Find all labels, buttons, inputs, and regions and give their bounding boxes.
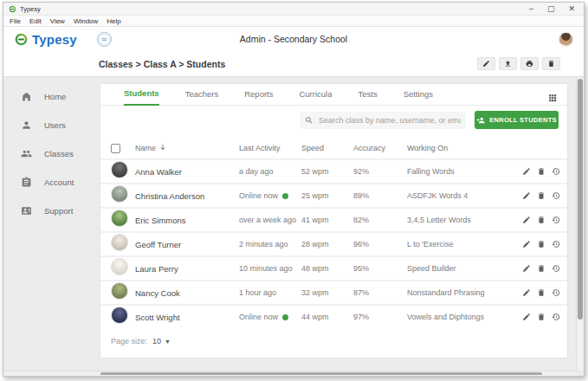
history-button[interactable] — [552, 288, 560, 297]
delete-student-button[interactable] — [537, 264, 546, 273]
table-row[interactable]: Christina Anderson Online now 25 wpm 89%… — [100, 183, 567, 207]
menu-window[interactable]: Window — [74, 17, 98, 25]
sidebar-item-home[interactable]: Home — [3, 82, 90, 111]
pencil-icon — [522, 288, 531, 297]
search-row: ENROLL STUDENTS — [100, 106, 567, 134]
user-icon — [21, 119, 32, 131]
student-working-on: Falling Words — [407, 167, 510, 176]
delete-class-button[interactable] — [542, 57, 560, 70]
os-titlebar: Typesy – ▢ ✕ — [3, 3, 584, 16]
close-button[interactable]: ✕ — [568, 5, 575, 13]
tab-reports[interactable]: Reports — [244, 89, 273, 105]
student-working-on: ASDFJK Words 4 — [407, 191, 510, 200]
edit-student-button[interactable] — [522, 191, 531, 200]
history-button[interactable] — [552, 191, 560, 200]
delete-student-button[interactable] — [537, 167, 546, 176]
table-row[interactable]: Eric Simmons over a week ago 41 wpm 82% … — [100, 207, 567, 231]
edit-student-button[interactable] — [522, 288, 531, 297]
upload-button[interactable] — [499, 57, 517, 70]
history-button[interactable] — [552, 240, 560, 249]
avatar — [111, 161, 128, 178]
sidebar-item-label: Account — [44, 178, 74, 187]
edit-student-button[interactable] — [522, 240, 531, 249]
edit-class-button[interactable] — [477, 57, 495, 70]
upload-icon — [504, 60, 512, 68]
menu-view[interactable]: View — [50, 17, 65, 25]
sidebar-item-account[interactable]: Account — [3, 168, 90, 197]
table-row[interactable]: Scott Wright Online now 44 wpm 97% Vowel… — [100, 304, 567, 328]
last-activity: Online now — [239, 191, 278, 200]
student-accuracy: 82% — [353, 216, 407, 224]
print-button[interactable] — [520, 57, 539, 70]
delete-student-button[interactable] — [537, 240, 546, 249]
table-row[interactable]: Nancy Cook 1 hour ago 32 wpm 87% Nonstan… — [100, 280, 567, 304]
tab-settings[interactable]: Settings — [404, 89, 433, 105]
edit-student-button[interactable] — [522, 167, 531, 176]
edit-student-button[interactable] — [522, 264, 531, 273]
delete-student-button[interactable] — [537, 313, 546, 321]
brand-wordmark: Typesy — [32, 32, 77, 47]
delete-student-button[interactable] — [537, 216, 546, 224]
history-button[interactable] — [552, 313, 560, 321]
history-icon — [552, 240, 560, 249]
edit-student-button[interactable] — [522, 216, 531, 224]
table-row[interactable]: Geoff Turner 2 minutes ago 28 wpm 96% L … — [100, 231, 567, 255]
avatar — [111, 282, 128, 300]
online-dot — [282, 193, 288, 199]
chevron-down-icon: ▼ — [165, 339, 171, 345]
online-dot — [282, 314, 288, 320]
user-avatar[interactable] — [559, 32, 573, 47]
sidebar-item-label: Support — [44, 206, 73, 216]
student-name: Eric Simmons — [135, 216, 239, 225]
edit-student-button[interactable] — [522, 313, 531, 321]
student-accuracy: 87% — [353, 288, 407, 297]
column-name[interactable]: Name — [135, 144, 156, 152]
student-accuracy: 97% — [353, 313, 407, 321]
student-speed: 28 wpm — [301, 240, 353, 249]
table-body: Anna Walker a day ago 52 wpm 92% Falling… — [100, 158, 567, 328]
menu-help[interactable]: Help — [107, 17, 120, 25]
search-input[interactable] — [319, 116, 461, 125]
last-activity: 10 minutes ago — [239, 264, 293, 273]
tab-students[interactable]: Students — [124, 88, 159, 106]
select-all-checkbox[interactable] — [111, 144, 120, 153]
avatar — [111, 185, 128, 203]
column-speed[interactable]: Speed — [301, 144, 353, 152]
history-icon — [552, 216, 560, 224]
avatar — [111, 307, 128, 324]
table-row[interactable]: Anna Walker a day ago 52 wpm 92% Falling… — [100, 158, 567, 183]
maximize-button[interactable]: ▢ — [547, 5, 555, 13]
enroll-students-button[interactable]: ENROLL STUDENTS — [475, 111, 559, 129]
column-last-activity[interactable]: Last Activity — [239, 144, 301, 152]
history-button[interactable] — [552, 216, 560, 224]
vertical-scrollbar-thumb[interactable] — [578, 79, 583, 320]
sort-down-icon[interactable] — [158, 143, 167, 153]
history-button[interactable] — [552, 167, 560, 176]
minimize-button[interactable]: – — [529, 5, 533, 13]
clipboard-icon — [21, 177, 32, 188]
column-working-on[interactable]: Working On — [407, 144, 510, 152]
tab-tests[interactable]: Tests — [358, 89, 377, 105]
sidebar-item-users[interactable]: Users — [3, 111, 90, 139]
student-speed: 44 wpm — [301, 313, 353, 321]
menu-file[interactable]: File — [10, 17, 21, 25]
trash-icon — [537, 264, 546, 273]
breadcrumb[interactable]: Classes > Class A > Students — [99, 59, 225, 69]
sidebar-item-support[interactable]: Support — [3, 197, 90, 225]
history-button[interactable] — [552, 264, 560, 273]
app-body: Home Users Classes Account Support — [3, 77, 584, 376]
tab-teachers[interactable]: Teachers — [185, 89, 219, 105]
student-name: Geoff Turner — [135, 240, 239, 249]
delete-student-button[interactable] — [537, 191, 546, 200]
history-icon — [552, 191, 560, 200]
column-accuracy[interactable]: Accuracy — [353, 144, 407, 152]
grid-view-button[interactable] — [548, 90, 557, 99]
page-size-dropdown[interactable]: 10 ▼ — [152, 337, 171, 345]
delete-student-button[interactable] — [537, 288, 546, 297]
table-row[interactable]: Laura Perry 10 minutes ago 48 wpm 95% Sp… — [100, 255, 567, 280]
tab-curricula[interactable]: Curricula — [299, 89, 332, 105]
horizontal-scrollbar-thumb[interactable] — [100, 372, 542, 375]
menu-edit[interactable]: Edit — [29, 17, 42, 25]
sidebar-item-classes[interactable]: Classes — [3, 139, 90, 168]
person-add-icon — [476, 116, 485, 125]
